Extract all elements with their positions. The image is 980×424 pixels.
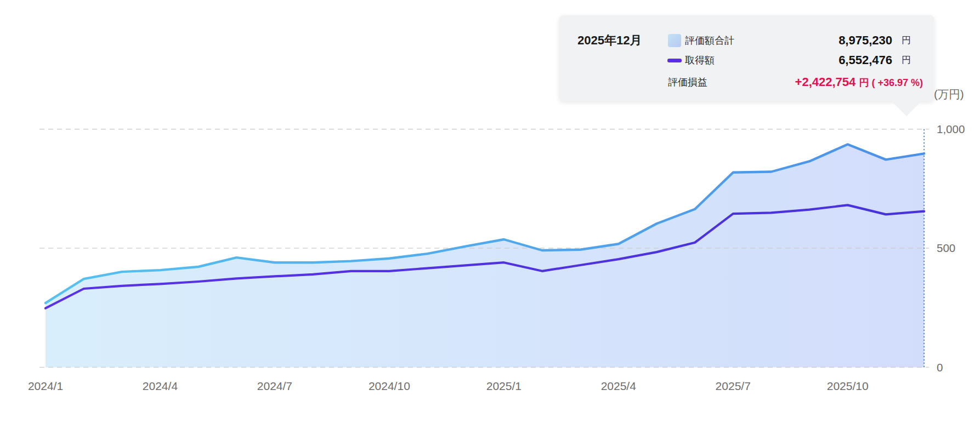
acquisition-unit: 円 [902, 53, 911, 68]
x-axis-tick-labels: 2024/12024/42024/72024/102025/12025/4202… [28, 380, 869, 392]
total-value-amount: 8,975,230 [839, 33, 892, 48]
total-value-area [46, 145, 924, 368]
acquisition-legend-swatch-icon [667, 59, 682, 62]
y-axis-unit-label: (万円) [934, 88, 964, 100]
x-tick-label-2025/7: 2025/7 [716, 380, 751, 392]
x-tick-label-2024/10: 2024/10 [369, 380, 410, 392]
x-tick-label-2025/1: 2025/1 [486, 380, 522, 392]
x-tick-label-2025/10: 2025/10 [827, 380, 869, 392]
total-value-label: 評価額合計 [685, 33, 734, 48]
tooltip-row-gain-loss: 評価損益 +2,422,754 円 ( +36.97 %) [559, 75, 934, 90]
gain-loss-value: +2,422,754 [795, 75, 856, 89]
x-tick-label-2024/7: 2024/7 [257, 380, 292, 392]
y-axis-tick-labels: 05001,000 [937, 123, 965, 374]
gain-loss-label: 評価損益 [668, 75, 707, 90]
portfolio-value-chart[interactable]: 05001,000 2024/12024/42024/72024/102025/… [0, 0, 980, 424]
x-tick-label-2025/4: 2025/4 [601, 380, 637, 392]
total-value-unit: 円 [902, 33, 911, 48]
hover-tooltip: 2025年12月 評価額合計 8,975,230 円 取得額 6,552,476… [559, 15, 934, 101]
y-tick-label-1,000: 1,000 [937, 123, 965, 135]
acquisition-amount: 6,552,476 [839, 53, 892, 68]
tooltip-row-total-value: 評価額合計 8,975,230 円 [559, 33, 934, 48]
x-tick-label-2024/1: 2024/1 [28, 380, 63, 392]
y-tick-label-0: 0 [937, 361, 943, 374]
gain-loss-suffix: 円 ( +36.97 %) [859, 77, 923, 88]
tooltip-row-acquisition: 取得額 6,552,476 円 [559, 53, 934, 68]
x-tick-label-2024/4: 2024/4 [143, 380, 178, 392]
tooltip-caret-icon [892, 101, 921, 116]
gain-loss-amount: +2,422,754 円 ( +36.97 %) [795, 75, 923, 90]
y-tick-label-500: 500 [937, 242, 955, 254]
acquisition-label: 取得額 [685, 53, 715, 68]
total-value-legend-swatch-icon [668, 34, 681, 47]
